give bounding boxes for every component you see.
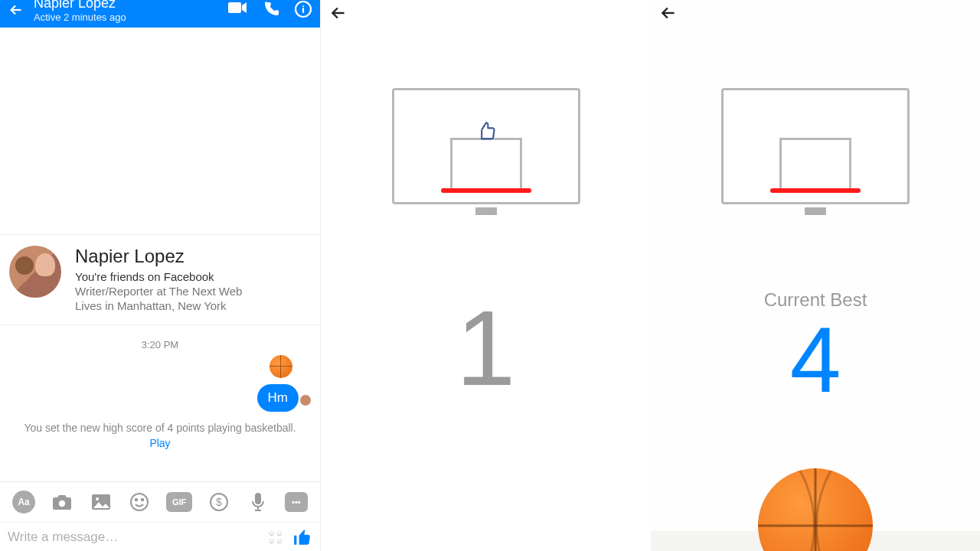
emoji-icon[interactable]	[128, 491, 151, 514]
high-score-system-message: You set the new high score of 4 points p…	[0, 421, 320, 461]
svg-point-5	[96, 497, 99, 500]
basketball-icon[interactable]	[758, 468, 873, 551]
like-icon[interactable]	[292, 527, 312, 547]
chat-contact-name: Napier Lopez	[34, 0, 228, 11]
basketball-emoji-message[interactable]	[270, 355, 292, 378]
svg-point-8	[142, 499, 144, 501]
svg-point-7	[136, 499, 138, 501]
game-pane-best[interactable]: Current Best 4	[651, 0, 980, 551]
read-receipt-avatar	[300, 395, 311, 406]
message-timestamp: 3:20 PM	[0, 325, 320, 355]
profile-name: Napier Lopez	[75, 246, 242, 267]
basketball-hoop	[392, 88, 580, 215]
back-arrow-icon[interactable]	[328, 3, 348, 23]
play-link[interactable]: Play	[149, 437, 170, 449]
svg-text:HD: HD	[273, 2, 279, 6]
message-input[interactable]	[8, 530, 268, 545]
thumbs-up-icon	[475, 121, 497, 142]
profile-job-line: Writer/Reporter at The Next Web	[75, 285, 242, 298]
gif-icon[interactable]: GIF	[166, 492, 192, 512]
info-icon[interactable]	[294, 0, 312, 18]
current-best-label: Current Best	[651, 289, 980, 311]
avatar	[9, 246, 61, 298]
back-arrow-icon[interactable]	[8, 0, 24, 18]
video-call-icon[interactable]	[228, 0, 248, 15]
compose-toolbar: Aa GIF $ •••	[0, 481, 320, 522]
chat-contact-status: Active 2 minutes ago	[34, 11, 228, 23]
chat-header: Napier Lopez Active 2 minutes ago HD	[0, 0, 320, 28]
current-best-value: 4	[651, 314, 980, 406]
svg-text:$: $	[216, 496, 222, 508]
payment-icon[interactable]: $	[207, 491, 230, 514]
contact-profile-card[interactable]: Napier Lopez You're friends on Facebook …	[0, 234, 320, 325]
text-format-icon[interactable]: Aa	[12, 491, 35, 514]
game-pane-playing[interactable]: 1	[321, 0, 651, 551]
basketball-hoop	[721, 88, 910, 215]
gallery-icon[interactable]	[90, 491, 113, 514]
current-score: 1	[321, 295, 651, 402]
sent-message-bubble[interactable]: Hm	[257, 384, 299, 412]
back-arrow-icon[interactable]	[658, 3, 678, 23]
compose-bar: ☺☺☺☺	[0, 522, 320, 551]
profile-location-line: Lives in Manhattan, New York	[75, 299, 242, 312]
voice-clip-icon[interactable]	[247, 491, 270, 514]
emoji-grid-icon[interactable]: ☺☺☺☺	[268, 530, 283, 545]
more-icon[interactable]: •••	[285, 492, 308, 512]
svg-point-3	[59, 500, 65, 507]
svg-point-6	[131, 494, 148, 510]
profile-friends-line: You're friends on Facebook	[75, 270, 242, 283]
camera-icon[interactable]	[51, 491, 74, 514]
svg-rect-11	[255, 493, 261, 504]
voice-call-icon[interactable]: HD	[262, 0, 280, 18]
messenger-pane: Napier Lopez Active 2 minutes ago HD	[0, 0, 321, 551]
svg-rect-0	[228, 2, 241, 13]
